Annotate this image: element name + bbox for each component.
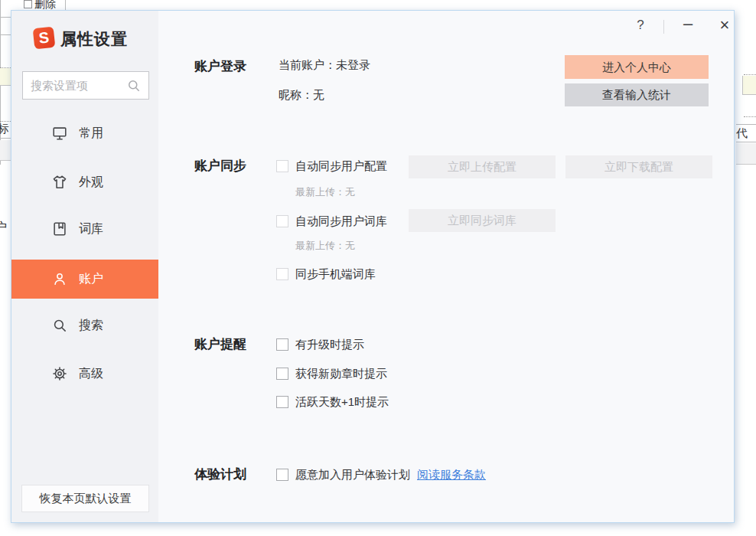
sidebar-item-label: 搜索: [79, 306, 103, 345]
sync-dict-row: 自动同步用户词库: [276, 211, 387, 231]
bg-right-text: 代: [736, 126, 748, 141]
bg-gray-row: [0, 140, 11, 161]
medal-reminder-row: 获得新勋章时提示: [276, 364, 387, 384]
section-login-label: 账户登录: [194, 57, 246, 75]
sync-config-row: 自动同步用户配置: [276, 156, 387, 176]
bg-table-line: [0, 34, 11, 35]
sidebar-item-label: 外观: [79, 163, 103, 201]
bg-table-line: [736, 124, 756, 125]
bg-table-dotted-line: [744, 74, 756, 75]
settings-window: ? – × S 属性设置 常用 外观 词库: [11, 10, 735, 523]
upgrade-reminder-row: 有升级时提示: [276, 335, 364, 355]
bg-highlight-row: [742, 76, 756, 95]
tshirt-icon: [51, 174, 68, 191]
active-days-reminder-checkbox[interactable]: [276, 396, 288, 408]
search-box: [22, 71, 149, 100]
sidebar-item-label: 常用: [79, 114, 103, 152]
sidebar-item-label: 账户: [79, 260, 103, 298]
close-icon[interactable]: ×: [715, 15, 734, 35]
auto-sync-config-label: 自动同步用户配置: [295, 159, 387, 174]
auto-sync-config-checkbox[interactable]: [276, 160, 288, 172]
bg-table-line: [0, 17, 11, 18]
last-upload-dict-text: 最新上传：无: [295, 239, 355, 253]
upgrade-reminder-label: 有升级时提示: [295, 338, 364, 352]
user-icon: [51, 270, 68, 287]
section-reminder-label: 账户提醒: [194, 335, 246, 353]
medal-reminder-label: 获得新勋章时提示: [295, 367, 387, 381]
bg-table-dotted-line: [744, 116, 756, 117]
last-upload-config-text: 最新上传：无: [295, 185, 355, 199]
bg-left-partial-text: 户: [0, 220, 7, 236]
bg-highlight-row: [0, 68, 11, 86]
current-account-text: 当前账户：未登录: [279, 58, 370, 73]
help-icon[interactable]: ?: [634, 18, 647, 33]
dictionary-icon: [51, 221, 68, 237]
enter-personal-center-button[interactable]: 进入个人中心: [565, 55, 709, 79]
sync-mobile-dict-row: 同步手机端词库: [276, 264, 376, 284]
search-icon: [51, 317, 68, 334]
sogou-logo-icon: S: [33, 27, 56, 50]
medal-reminder-checkbox[interactable]: [276, 368, 288, 380]
minimize-icon[interactable]: –: [680, 14, 696, 34]
download-config-now-button[interactable]: 立即下载配置: [565, 155, 712, 178]
upload-config-now-button[interactable]: 立即上传配置: [409, 155, 556, 178]
sidebar-item-appearance[interactable]: 外观: [11, 163, 158, 201]
bg-left-text: 标: [0, 122, 9, 136]
restore-defaults-button[interactable]: 恢复本页默认设置: [21, 485, 149, 512]
sync-mobile-dict-label: 同步手机端词库: [295, 267, 376, 282]
bg-gray-row: [736, 143, 756, 165]
sidebar-item-account[interactable]: 账户: [11, 260, 158, 299]
sidebar-item-label: 高级: [79, 355, 103, 393]
sidebar-item-label: 词库: [79, 210, 103, 248]
active-days-reminder-row: 活跃天数+1时提示: [276, 392, 389, 412]
titlebar-separator: [663, 20, 664, 34]
sync-mobile-dict-checkbox[interactable]: [276, 268, 288, 280]
experience-plan-label: 愿意加入用户体验计划: [295, 468, 410, 482]
view-input-stats-button[interactable]: 查看输入统计: [565, 83, 709, 106]
sync-dict-now-button[interactable]: 立即同步词库: [409, 209, 556, 232]
bg-table-line: [0, 138, 11, 139]
terms-of-service-link[interactable]: 阅读服务条款: [417, 468, 486, 482]
active-days-reminder-label: 活跃天数+1时提示: [295, 395, 389, 410]
sidebar: S 属性设置 常用 外观 词库: [11, 11, 158, 522]
sidebar-item-search[interactable]: 搜索: [11, 306, 158, 345]
gear-icon: [51, 365, 68, 382]
section-experience-label: 体验计划: [194, 466, 246, 483]
auto-sync-dict-checkbox[interactable]: [276, 215, 288, 227]
monitor-icon: [51, 125, 68, 142]
auto-sync-dict-label: 自动同步用户词库: [295, 214, 387, 229]
nickname-text: 昵称：无: [279, 88, 324, 103]
experience-plan-row: 愿意加入用户体验计划 阅读服务条款: [276, 465, 486, 485]
sidebar-item-common[interactable]: 常用: [11, 114, 158, 152]
bg-table-border: [65, 0, 66, 10]
bg-delete-checkbox[interactable]: [24, 0, 32, 8]
bg-table-line: [736, 142, 756, 142]
experience-plan-checkbox[interactable]: [276, 469, 288, 481]
upgrade-reminder-checkbox[interactable]: [276, 338, 288, 351]
search-icon: [126, 78, 142, 93]
sidebar-item-advanced[interactable]: 高级: [11, 355, 158, 393]
page-title: 属性设置: [60, 28, 128, 50]
section-sync-label: 账户同步: [194, 157, 246, 175]
sidebar-item-dictionary[interactable]: 词库: [11, 210, 158, 248]
